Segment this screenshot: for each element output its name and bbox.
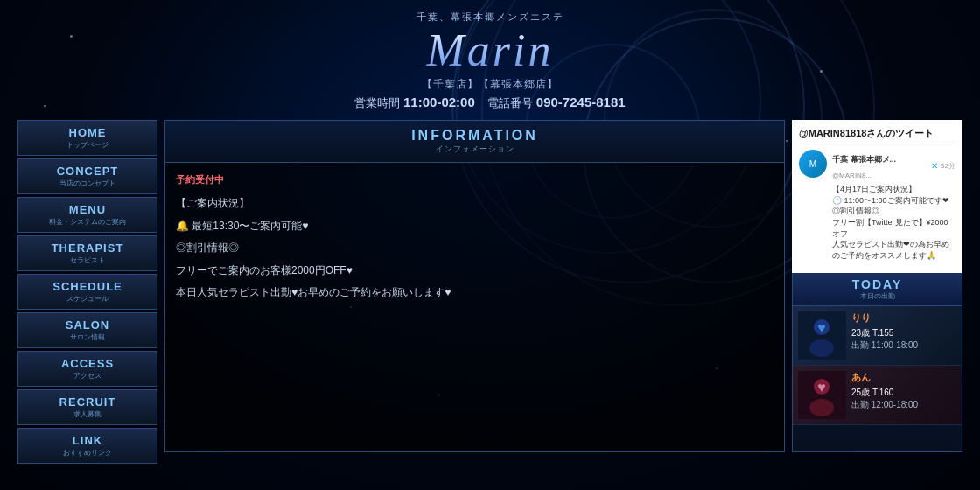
therapist-card[interactable]: ♥ りり 23歳 T.155 出勤 11:00-18:00 xyxy=(793,306,962,366)
therapist-image: ♥ xyxy=(798,371,846,419)
tweet-account-name: 千葉 幕張本郷メ... xyxy=(832,155,896,164)
hours-label: 営業時間 xyxy=(354,96,400,109)
info-body[interactable]: 予約受付中 【ご案内状況】🔔 最短13:30〜ご案内可能♥◎割引情報◎フリーでご… xyxy=(165,163,784,452)
twitter-x-icon: ✕ xyxy=(931,161,938,171)
tweet-line: 人気セラピスト出勤❤の為お早めのご予約をオススメします🙏 xyxy=(832,239,956,261)
twitter-section: @MARIN81818さんのツイート M 千葉 幕張本郷メ... @MARIN8… xyxy=(792,120,962,273)
therapist-schedule: 出勤 11:00-18:00 xyxy=(851,340,956,352)
info-line: 【ご案内状況】 xyxy=(176,194,774,214)
tweet-content: 千葉 幕張本郷メ... @MARIN8... ✕ 32分 【4月17日ご案内状況… xyxy=(832,150,956,261)
hours-value: 11:00-02:00 xyxy=(403,94,475,109)
info-header: INFORMATION インフォメーション xyxy=(165,121,784,163)
therapist-name: あん xyxy=(851,371,956,384)
twitter-header: @MARIN81818さんのツイート xyxy=(799,127,956,144)
nav-item-therapist[interactable]: THERAPISTセラピスト xyxy=(18,235,158,271)
header-hours: 営業時間 11:00-02:00 電話番号 090-7245-8181 xyxy=(0,94,980,111)
nav-item-salon[interactable]: SALONサロン情報 xyxy=(18,312,158,348)
nav-item-link[interactable]: LINKおすすめリンク xyxy=(18,428,158,464)
therapist-info: あん 25歳 T.160 出勤 12:00-18:00 xyxy=(851,371,956,419)
tweet-line: フリー割【Twitter見たで】¥2000オフ xyxy=(832,217,956,239)
info-line: ◎割引情報◎ xyxy=(176,239,774,258)
left-navigation: HOMEトップページCONCEPT当店のコンセプトMENU料金・システムのご案内… xyxy=(18,120,158,452)
svg-text:♥: ♥ xyxy=(817,380,826,395)
site-title: Marin xyxy=(0,25,980,75)
svg-text:♥: ♥ xyxy=(817,320,826,335)
nav-item-schedule[interactable]: SCHEDULEスケジュール xyxy=(18,274,158,310)
therapist-image: ♥ xyxy=(798,312,846,360)
nav-item-concept[interactable]: CONCEPT当店のコンセプト xyxy=(18,158,158,194)
tweet-time: 32分 xyxy=(941,161,956,171)
header-subtitle: 千葉、幕張本郷メンズエステ xyxy=(0,10,980,24)
tweet-item: M 千葉 幕張本郷メ... @MARIN8... ✕ 32分 xyxy=(799,150,956,261)
therapist-age: 23歳 T.155 xyxy=(851,326,956,340)
info-line: 🔔 最短13:30〜ご案内可能♥ xyxy=(176,217,774,236)
header-shops: 【千葉店】【幕張本郷店】 xyxy=(0,77,980,92)
nav-item-menu[interactable]: MENU料金・システムのご案内 xyxy=(18,197,158,233)
information-panel: INFORMATION インフォメーション 予約受付中 【ご案内状況】🔔 最短1… xyxy=(164,120,785,452)
therapist-silhouette: ♥ xyxy=(798,371,846,419)
tweet-line: 🕐 11:00〜1:00ご案内可能です❤ xyxy=(832,195,956,206)
tweet-line: ◎割引情報◎ xyxy=(832,206,956,217)
right-panel: @MARIN81818さんのツイート M 千葉 幕張本郷メ... @MARIN8… xyxy=(792,120,962,452)
therapist-name: りり xyxy=(851,312,956,325)
tweet-handle: @MARIN8... xyxy=(832,172,872,179)
therapist-card[interactable]: ♥ あん 25歳 T.160 出勤 12:00-18:00 xyxy=(793,366,962,425)
main-content: HOMEトップページCONCEPT当店のコンセプトMENU料金・システムのご案内… xyxy=(0,120,980,452)
nav-item-access[interactable]: ACCESSアクセス xyxy=(18,351,158,387)
status-badge: 予約受付中 xyxy=(176,172,774,189)
nav-item-home[interactable]: HOMEトップページ xyxy=(18,120,158,156)
info-title-en: INFORMATION xyxy=(172,128,777,144)
site-header: 千葉、幕張本郷メンズエステ Marin 【千葉店】【幕張本郷店】 営業時間 11… xyxy=(0,0,980,120)
tel-value: 090-7245-8181 xyxy=(536,94,626,109)
today-section: TODAY 本日の出勤 ♥ りり 23歳 T.155 出勤 11:00-18:0… xyxy=(792,273,962,452)
info-line: 本日人気セラピスト出勤♥お早めのご予約をお願いします♥ xyxy=(176,284,774,303)
svg-point-6 xyxy=(809,399,834,416)
therapist-silhouette: ♥ xyxy=(798,312,846,360)
info-title-jp: インフォメーション xyxy=(172,144,777,155)
tweet-text: 【4月17日ご案内状況】🕐 11:00〜1:00ご案内可能です❤◎割引情報◎フリ… xyxy=(832,184,956,261)
therapist-age: 25歳 T.160 xyxy=(851,386,956,399)
info-line: フリーでご案内のお客様2000円OFF♥ xyxy=(176,262,774,281)
therapist-schedule: 出勤 12:00-18:00 xyxy=(851,399,956,411)
today-title-en: TODAY xyxy=(797,277,957,291)
today-header: TODAY 本日の出勤 xyxy=(793,273,962,306)
tweet-line: 【4月17日ご案内状況】 xyxy=(832,184,956,195)
tweet-avatar: M xyxy=(799,150,827,178)
svg-point-2 xyxy=(809,340,834,357)
nav-item-recruit[interactable]: RECRUIT求人募集 xyxy=(18,389,158,425)
today-title-jp: 本日の出勤 xyxy=(797,291,957,301)
therapist-info: りり 23歳 T.155 出勤 11:00-18:00 xyxy=(851,312,956,360)
tel-label: 電話番号 xyxy=(487,96,533,109)
